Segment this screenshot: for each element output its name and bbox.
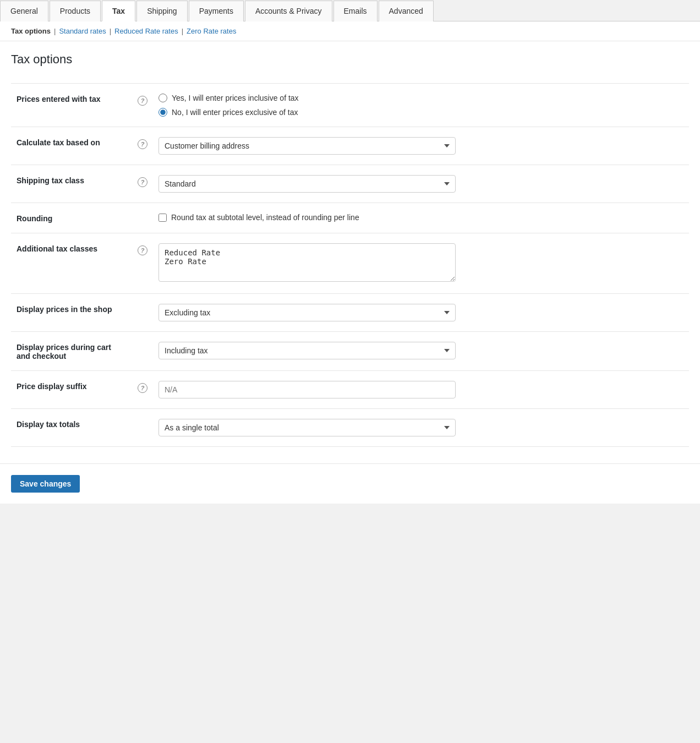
save-changes-button[interactable]: Save changes [11, 475, 80, 493]
row-calculate-tax-based-on: Calculate tax based on ? Customer billin… [11, 127, 689, 165]
settings-table: Prices entered with tax ? Yes, I will en… [11, 83, 689, 447]
textarea-additional-tax-classes[interactable]: Reduced Rate Zero Rate [158, 243, 456, 282]
tab-payments[interactable]: Payments [189, 1, 244, 21]
control-rounding: Round tax at subtotal level, instead of … [153, 203, 689, 233]
radio-group-prices-entered-with-tax: Yes, I will enter prices inclusive of ta… [158, 94, 683, 117]
help-cell-prices-entered-with-tax: ? [132, 84, 153, 127]
row-price-display-suffix: Price display suffix ? [11, 371, 689, 409]
page-title: Tax options [11, 52, 689, 72]
sub-nav: Tax options | Standard rates | Reduced R… [0, 21, 700, 41]
subnav-link-zero-rate-rates[interactable]: Zero Rate rates [187, 27, 236, 35]
main-content: Tax options Prices entered with tax ? Ye… [0, 41, 700, 463]
select-shipping-tax-class[interactable]: Standard Reduced Rate Zero Rate [158, 175, 456, 193]
tab-general[interactable]: General [0, 1, 48, 21]
control-display-prices-cart: Including tax Excluding tax [153, 332, 689, 371]
control-calculate-tax-based-on: Customer billing address Customer shippi… [153, 127, 689, 165]
control-display-prices-shop: Excluding tax Including tax [153, 294, 689, 332]
help-icon-shipping-tax-class[interactable]: ? [138, 177, 147, 187]
help-cell-shipping-tax-class: ? [132, 165, 153, 203]
help-icon-calculate-tax-based-on[interactable]: ? [138, 139, 147, 149]
row-additional-tax-classes: Additional tax classes ? Reduced Rate Ze… [11, 233, 689, 294]
label-shipping-tax-class: Shipping tax class [11, 165, 132, 203]
row-display-prices-shop: Display prices in the shop Excluding tax… [11, 294, 689, 332]
radio-yes-label: Yes, I will enter prices inclusive of ta… [172, 94, 299, 102]
subnav-current: Tax options [11, 27, 51, 35]
help-cell-additional-tax-classes: ? [132, 233, 153, 294]
help-cell-calculate-tax-based-on: ? [132, 127, 153, 165]
control-additional-tax-classes: Reduced Rate Zero Rate [153, 233, 689, 294]
label-price-display-suffix: Price display suffix [11, 371, 132, 409]
radio-label-no[interactable]: No, I will enter prices exclusive of tax [158, 108, 683, 117]
row-display-tax-totals: Display tax totals As a single total Ite… [11, 409, 689, 447]
help-icon-prices-entered-with-tax[interactable]: ? [138, 96, 147, 106]
row-display-prices-cart: Display prices during cart and checkout … [11, 332, 689, 371]
checkbox-rounding[interactable] [158, 214, 167, 222]
checkbox-label-rounding[interactable]: Round tax at subtotal level, instead of … [158, 213, 683, 222]
input-price-display-suffix[interactable] [158, 381, 456, 398]
label-calculate-tax-based-on: Calculate tax based on [11, 127, 132, 165]
radio-label-yes[interactable]: Yes, I will enter prices inclusive of ta… [158, 94, 683, 102]
control-shipping-tax-class: Standard Reduced Rate Zero Rate [153, 165, 689, 203]
radio-no[interactable] [158, 108, 167, 117]
label-display-tax-totals: Display tax totals [11, 409, 132, 447]
tab-emails[interactable]: Emails [333, 1, 378, 21]
control-prices-entered-with-tax: Yes, I will enter prices inclusive of ta… [153, 84, 689, 127]
control-display-tax-totals: As a single total Itemized [153, 409, 689, 447]
select-display-tax-totals[interactable]: As a single total Itemized [158, 419, 456, 436]
help-cell-rounding [132, 203, 153, 233]
label-rounding: Rounding [11, 203, 132, 233]
label-display-prices-cart: Display prices during cart and checkout [11, 332, 132, 371]
label-additional-tax-classes: Additional tax classes [11, 233, 132, 294]
radio-yes[interactable] [158, 94, 167, 102]
tab-shipping[interactable]: Shipping [136, 1, 188, 21]
help-icon-additional-tax-classes[interactable]: ? [138, 245, 147, 255]
subnav-link-standard-rates[interactable]: Standard rates [59, 27, 106, 35]
label-display-prices-shop: Display prices in the shop [11, 294, 132, 332]
help-icon-price-display-suffix[interactable]: ? [138, 383, 147, 393]
checkbox-rounding-label: Round tax at subtotal level, instead of … [171, 213, 359, 222]
save-btn-row: Save changes [0, 463, 700, 504]
row-rounding: Rounding Round tax at subtotal level, in… [11, 203, 689, 233]
control-price-display-suffix [153, 371, 689, 409]
row-prices-entered-with-tax: Prices entered with tax ? Yes, I will en… [11, 84, 689, 127]
subnav-link-reduced-rate-rates[interactable]: Reduced Rate rates [114, 27, 178, 35]
select-display-prices-shop[interactable]: Excluding tax Including tax [158, 304, 456, 321]
label-prices-entered-with-tax: Prices entered with tax [11, 84, 132, 127]
help-cell-display-prices-cart [132, 332, 153, 371]
tab-accounts-privacy[interactable]: Accounts & Privacy [245, 1, 332, 21]
select-calculate-tax-based-on[interactable]: Customer billing address Customer shippi… [158, 137, 456, 155]
radio-no-label: No, I will enter prices exclusive of tax [172, 108, 298, 117]
tab-products[interactable]: Products [50, 1, 101, 21]
tab-advanced[interactable]: Advanced [379, 1, 434, 21]
help-cell-price-display-suffix: ? [132, 371, 153, 409]
tabs-bar: General Products Tax Shipping Payments A… [0, 0, 700, 21]
page-wrapper: General Products Tax Shipping Payments A… [0, 0, 700, 504]
row-shipping-tax-class: Shipping tax class ? Standard Reduced Ra… [11, 165, 689, 203]
help-cell-display-tax-totals [132, 409, 153, 447]
help-cell-display-prices-shop [132, 294, 153, 332]
select-display-prices-cart[interactable]: Including tax Excluding tax [158, 342, 456, 359]
tab-tax[interactable]: Tax [102, 1, 135, 21]
